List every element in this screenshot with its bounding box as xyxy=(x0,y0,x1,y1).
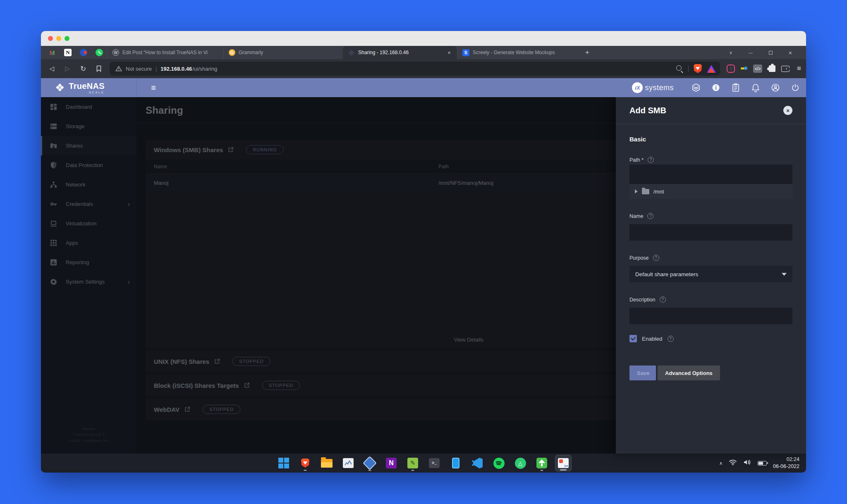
taskbar-file-explorer[interactable] xyxy=(318,455,335,471)
virtualbox-icon xyxy=(363,456,377,470)
enabled-label: Enabled xyxy=(642,336,663,342)
path-input[interactable] xyxy=(629,165,792,184)
truenas-logo[interactable]: TrueNAS SCALE xyxy=(41,78,136,97)
brave-shield-icon[interactable] xyxy=(694,64,702,73)
help-icon[interactable] xyxy=(660,296,666,303)
tree-node-mnt[interactable]: /mnt xyxy=(629,184,792,199)
close-icon[interactable] xyxy=(783,106,792,115)
taskbar-greenshot[interactable] xyxy=(404,455,421,471)
taskbar-green-triangle-app[interactable] xyxy=(512,455,529,471)
screely-icon: S xyxy=(462,49,469,56)
advanced-options-button[interactable]: Advanced Options xyxy=(658,365,720,380)
window-minimize-button[interactable] xyxy=(741,46,761,59)
help-icon[interactable] xyxy=(653,255,659,261)
extension-mini-icon[interactable] xyxy=(741,67,747,71)
tab-strip-spacer xyxy=(292,46,343,59)
snipping-tool-icon xyxy=(558,458,569,468)
window-close-button[interactable] xyxy=(780,46,800,59)
minimize-traffic-light[interactable] xyxy=(56,36,61,41)
reload-button[interactable] xyxy=(77,62,90,75)
tray-date: 06-06-2022 xyxy=(773,463,799,470)
taskbar-spotify[interactable] xyxy=(490,455,507,471)
forward-button[interactable] xyxy=(61,62,74,75)
description-label: Description xyxy=(629,297,656,303)
brave-rewards-icon[interactable] xyxy=(707,65,716,73)
tab-grammarly[interactable]: G Grammarly xyxy=(223,46,292,59)
url-host: 192.168.0.46 xyxy=(160,66,192,72)
extension-up-arrow-icon[interactable] xyxy=(727,64,735,73)
tab-screely[interactable]: S Screely - Generate Website Mockups xyxy=(457,46,581,59)
address-bar[interactable]: Not secure | 192.168.0.46 /ui/sharing xyxy=(110,62,720,76)
taskbar-phone-link[interactable] xyxy=(447,455,464,471)
tab-title: Edit Post “How to Install TrueNAS in Vi xyxy=(122,50,219,55)
battery-icon[interactable] xyxy=(758,461,767,466)
wallet-icon[interactable] xyxy=(781,66,790,72)
notifications-bell-icon[interactable] xyxy=(751,83,761,93)
purpose-label: Purpose xyxy=(629,255,649,261)
taskbar-green-lamp-app[interactable] xyxy=(534,455,550,471)
taskbar-brave[interactable] xyxy=(297,455,313,471)
name-input[interactable] xyxy=(629,224,792,241)
terminal-icon xyxy=(429,458,440,468)
expand-arrow-icon[interactable] xyxy=(635,189,638,193)
pinned-tab-notion[interactable]: N xyxy=(60,46,76,59)
tray-clock[interactable]: 02:24 06-06-2022 xyxy=(773,456,799,470)
ixsystems-logo[interactable]: iX systems xyxy=(632,82,674,93)
help-icon[interactable] xyxy=(668,336,674,342)
taskbar-vscode[interactable] xyxy=(469,455,486,471)
file-explorer-icon xyxy=(321,459,333,468)
taskbar-onenote[interactable]: N xyxy=(383,455,400,471)
blue-red-badge-icon xyxy=(80,49,87,56)
tab-sharing-active[interactable]: Sharing - 192.168.0.46 xyxy=(343,46,457,59)
close-traffic-light[interactable] xyxy=(48,36,53,41)
tab-edit-post[interactable]: W Edit Post “How to Install TrueNAS in V… xyxy=(107,46,223,59)
info-icon[interactable] xyxy=(711,83,721,93)
tab-search-chevron-icon[interactable] xyxy=(721,46,741,59)
divider xyxy=(616,124,806,124)
tray-chevron-icon[interactable] xyxy=(719,461,723,466)
account-icon[interactable] xyxy=(770,83,780,93)
tab-close-icon[interactable] xyxy=(445,49,453,56)
taskbar-photos[interactable] xyxy=(340,455,357,471)
taskbar-virtualbox[interactable] xyxy=(361,455,378,471)
ix-logo-icon: iX xyxy=(632,82,643,93)
path-label: Path * xyxy=(629,157,644,163)
taskbar-snipping-tool[interactable] xyxy=(555,455,572,471)
brand-name: TrueNAS xyxy=(69,82,105,90)
sidebar-toggle-icon[interactable] xyxy=(147,83,160,93)
browser-menu-icon[interactable] xyxy=(797,64,801,73)
pinned-tab-whatsapp[interactable] xyxy=(91,46,107,59)
tray-time: 02:24 xyxy=(773,456,799,463)
pinned-tab-gmail[interactable]: M xyxy=(44,46,60,59)
jobs-clipboard-icon[interactable] xyxy=(731,83,741,93)
zoom-page-icon[interactable] xyxy=(676,65,683,72)
whatsapp-icon xyxy=(96,49,103,56)
enabled-checkbox[interactable] xyxy=(629,335,637,342)
windows-start-button[interactable] xyxy=(275,455,292,471)
help-icon[interactable] xyxy=(647,213,653,219)
brave-icon xyxy=(301,459,309,468)
save-button[interactable]: Save xyxy=(629,365,656,380)
pinned-tab-badge[interactable] xyxy=(76,46,91,59)
description-input[interactable] xyxy=(629,308,792,324)
extensions-puzzle-icon[interactable] xyxy=(769,65,775,72)
truecommand-icon[interactable] xyxy=(691,83,701,93)
wordpress-icon: W xyxy=(112,49,119,56)
back-button[interactable] xyxy=(45,62,58,75)
taskbar-terminal[interactable] xyxy=(426,455,443,471)
bookmark-icon[interactable] xyxy=(92,62,105,75)
notion-icon: N xyxy=(64,49,72,56)
wifi-icon[interactable] xyxy=(729,459,737,467)
extension-code-icon[interactable] xyxy=(753,64,762,73)
power-icon[interactable] xyxy=(790,83,800,93)
volume-icon[interactable] xyxy=(743,459,751,467)
green-lamp-app-icon xyxy=(536,458,547,468)
purpose-select[interactable]: Default share parameters xyxy=(629,266,792,282)
help-icon[interactable] xyxy=(648,157,654,163)
new-tab-button[interactable] xyxy=(581,46,593,59)
spotify-icon xyxy=(493,458,505,469)
window-maximize-button[interactable] xyxy=(761,46,780,59)
browser-toolbar: Not secure | 192.168.0.46 /ui/sharing xyxy=(41,59,806,78)
modal-backdrop[interactable] xyxy=(41,97,616,454)
zoom-traffic-light[interactable] xyxy=(65,36,69,41)
